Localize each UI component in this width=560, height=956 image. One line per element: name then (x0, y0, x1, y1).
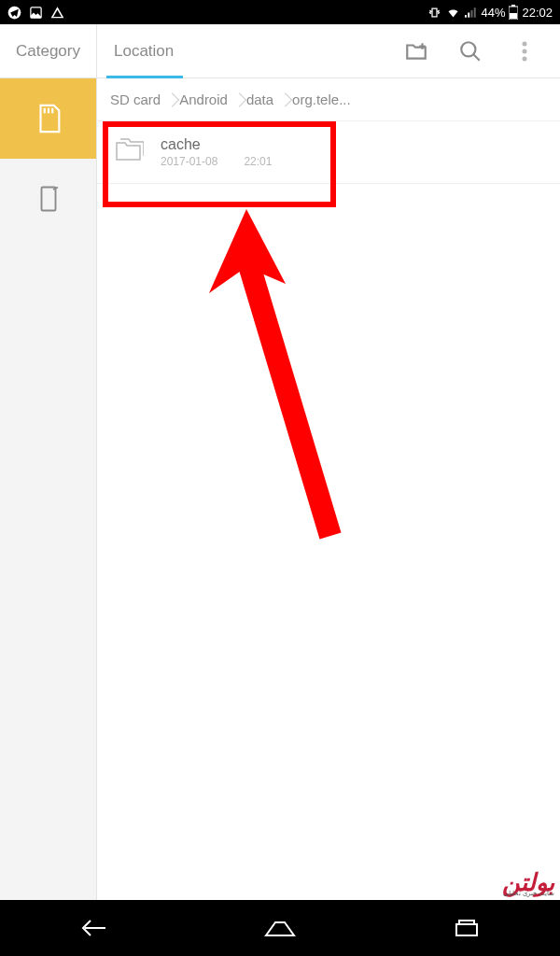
sidebar-item-sdcard[interactable] (0, 78, 96, 159)
overflow-menu-button[interactable] (511, 38, 538, 64)
watermark-sub: سایت خبری تحلیلی (502, 892, 554, 896)
tab-category[interactable]: Category (0, 24, 97, 77)
svg-rect-4 (471, 9, 473, 17)
nav-back-button[interactable] (65, 917, 121, 939)
file-name: cache (161, 136, 272, 153)
telegram-icon (7, 6, 21, 20)
new-folder-button[interactable] (403, 38, 429, 64)
file-time: 22:01 (244, 155, 272, 168)
svg-rect-8 (510, 13, 517, 19)
svg-point-10 (523, 41, 527, 46)
warning-icon (50, 6, 64, 20)
tab-bar: Category Location (0, 24, 560, 78)
tab-location-label: Location (114, 42, 174, 61)
content-pane: SD card Android data org.tele... cache 2… (97, 78, 560, 900)
battery-icon (509, 5, 518, 20)
breadcrumb: SD card Android data org.tele... (97, 78, 560, 121)
sidebar (0, 78, 97, 900)
status-time: 22:02 (522, 6, 553, 20)
watermark: بولتن سایت خبری تحلیلی (502, 874, 554, 896)
svg-rect-7 (511, 5, 515, 7)
crumb-android[interactable]: Android (172, 78, 239, 120)
svg-rect-15 (459, 921, 474, 924)
signal-icon (465, 6, 477, 20)
svg-rect-14 (456, 924, 477, 935)
file-date: 2017-01-08 (161, 155, 217, 168)
tab-location[interactable]: Location (97, 24, 190, 77)
search-button[interactable] (457, 38, 483, 64)
svg-rect-3 (469, 12, 470, 17)
battery-percent: 44% (481, 6, 505, 20)
system-nav-bar (0, 900, 560, 956)
nav-home-button[interactable] (252, 919, 308, 937)
image-icon (29, 6, 43, 20)
svg-point-11 (523, 49, 527, 53)
annotation-arrow (181, 200, 368, 555)
folder-icon (116, 137, 144, 167)
file-manager-app: Category Location (0, 24, 560, 900)
svg-point-12 (523, 56, 527, 61)
sd-card-icon (33, 103, 64, 134)
crumb-data[interactable]: data (239, 78, 285, 120)
svg-rect-5 (474, 7, 476, 17)
crumb-sdcard[interactable]: SD card (103, 78, 172, 120)
svg-rect-2 (465, 15, 467, 18)
list-item[interactable]: cache 2017-01-08 22:01 (97, 121, 560, 184)
sidebar-item-phone[interactable] (0, 159, 96, 239)
wifi-icon (445, 6, 461, 20)
vibrate-icon (427, 6, 441, 20)
status-bar: 44% 22:02 (0, 0, 560, 24)
svg-point-9 (461, 42, 475, 56)
nav-recent-button[interactable] (439, 919, 495, 937)
svg-rect-13 (41, 188, 55, 211)
crumb-orgtele[interactable]: org.tele... (285, 78, 362, 120)
phone-storage-icon (35, 183, 63, 215)
